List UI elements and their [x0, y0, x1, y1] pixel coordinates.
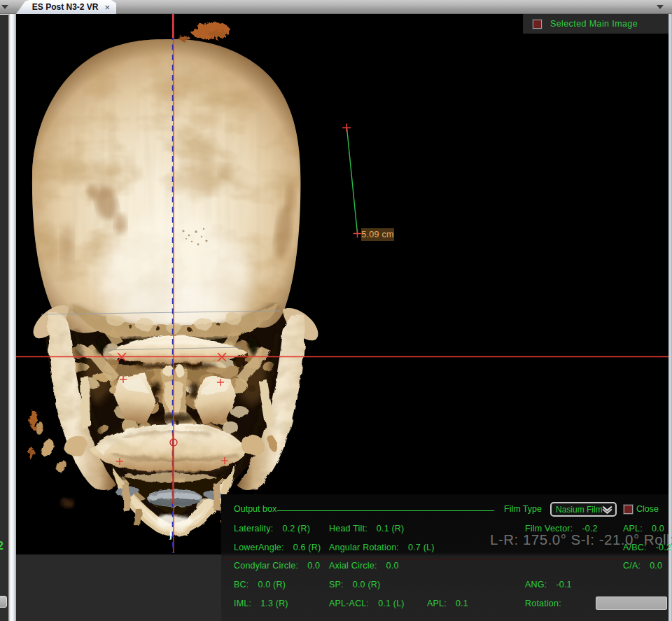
- film-type-dropdown[interactable]: Nasium Film: [550, 502, 617, 517]
- measurement-cell: APL-ACL:0.1 (L): [329, 599, 405, 608]
- dropdown-chevron-icon: [602, 505, 612, 514]
- film-boundary-line: [221, 559, 668, 559]
- measurement-label: Laterality:: [234, 524, 273, 533]
- measurement-label: SP:: [329, 580, 344, 589]
- measurement-cell: APL:0.1: [427, 599, 468, 608]
- measurement-value: 0.2 (R): [282, 524, 310, 533]
- measurement-value: 1.3 (R): [260, 599, 288, 608]
- left-panel-text-fragment: 2: [0, 540, 4, 552]
- tab-bar: ES Post N3-2 VR ×: [0, 0, 672, 14]
- tab-title: ES Post N3-2 VR: [32, 2, 99, 12]
- selected-main-image-checkbox[interactable]: [533, 20, 542, 29]
- measurement-cell: ANG:-0.1: [525, 580, 572, 589]
- film-type-value: Nasium Film: [556, 505, 602, 515]
- measurement-cell: Axial Circle:0.0: [329, 561, 399, 571]
- measurement-cell: A/BC:-0.2: [623, 543, 671, 552]
- bracket-marker: ]: [169, 529, 172, 540]
- measurement-label: BC:: [234, 580, 248, 589]
- left-dropdown-arrow-icon[interactable]: [1, 5, 8, 9]
- film-type-label: Film Type: [504, 504, 542, 514]
- measurement-cell: Film Vector:-0.2: [525, 524, 598, 533]
- measurement-label: LowerAngle:: [234, 543, 284, 552]
- output-box-title: Output box: [234, 504, 276, 514]
- tab-close-icon[interactable]: ×: [105, 2, 111, 13]
- measurement-value-label: 5.09 cm: [361, 228, 394, 241]
- panel-splitter[interactable]: [8, 14, 16, 621]
- measurement-cell: Head Tilt:0.1 (R): [329, 524, 404, 533]
- measurement-value: 0.1 (R): [377, 524, 405, 533]
- left-collapsed-panel: 2: [0, 14, 8, 621]
- application-window: ES Post N3-2 VR × 2: [0, 0, 672, 621]
- measurement-cell: APL:0.0: [623, 524, 664, 533]
- close-label: Close: [636, 504, 659, 514]
- measurement-label: ANG:: [525, 580, 547, 589]
- measurement-value: 0.0 (R): [258, 580, 286, 589]
- rotation-input[interactable]: [596, 596, 667, 610]
- tab-es-post-n3-2-vr[interactable]: ES Post N3-2 VR ×: [16, 0, 116, 14]
- measurement-label: APL:: [427, 599, 447, 608]
- measurement-value: 0.1 (L): [378, 599, 405, 608]
- measurement-value: -0.1: [556, 580, 571, 589]
- measurement-cell: LowerAngle:0.6 (R): [234, 543, 321, 552]
- measurement-value: 0.6 (R): [293, 543, 321, 552]
- measurement-value: -0.2: [582, 524, 597, 533]
- measurement-value: 0.7 (L): [408, 543, 435, 552]
- measurement-value: 0.0: [386, 561, 399, 571]
- measurement-label: C/A:: [623, 561, 640, 571]
- crosshair-overlay: [16, 14, 668, 554]
- construct-line-upper: [41, 311, 280, 314]
- measurement-value: -0.2: [656, 543, 671, 552]
- output-box-panel: Output box Film Type Nasium Film Close L…: [221, 494, 668, 621]
- measurement-label: Condylar Circle:: [234, 561, 298, 571]
- measurement-label: Rotation:: [525, 599, 561, 608]
- measurement-cell: SP:0.0 (R): [329, 580, 380, 589]
- measurement-label: APL:: [623, 524, 643, 533]
- right-dropdown-arrow-icon[interactable]: [657, 5, 664, 9]
- left-panel-divider: [0, 14, 8, 15]
- measurement-label: A/BC:: [623, 543, 647, 552]
- measurement-label: Head Tilt:: [329, 524, 368, 533]
- measurement-cell: Angular Rotation:0.7 (L): [329, 543, 435, 552]
- measurement-label: APL-ACL:: [329, 599, 369, 608]
- measurement-value: 0.0 (R): [353, 580, 381, 589]
- measurement-value: 0.0: [652, 524, 664, 533]
- right-edge-strip: [668, 14, 672, 621]
- measurement-label: Angular Rotation:: [329, 543, 399, 552]
- measurement-cell: IML:1.3 (R): [234, 599, 288, 608]
- close-checkbox[interactable]: [624, 505, 633, 514]
- measurement-label: IML:: [234, 599, 251, 608]
- measurement-cell: Condylar Circle:0.0: [234, 561, 320, 571]
- left-panel-handle-button[interactable]: [0, 596, 7, 608]
- measurement-cell: BC:0.0 (R): [234, 580, 286, 589]
- measurement-value: 0.0: [650, 561, 662, 571]
- measurement-cell: Laterality:0.2 (R): [234, 524, 310, 533]
- output-box-underline: [277, 510, 494, 511]
- measurement-value: 0.0: [307, 561, 320, 571]
- measurement-cell: C/A:0.0: [623, 561, 662, 571]
- measurement-label: Axial Circle:: [329, 561, 377, 571]
- measurement-line[interactable]: [347, 128, 358, 233]
- measurement-value: 0.1: [456, 599, 468, 608]
- selected-main-image-bar: Selected Main Image: [523, 14, 668, 34]
- selected-main-image-label: Selected Main Image: [550, 19, 638, 29]
- render-viewport[interactable]: Selected Main Image 5.09 cm ]: [16, 14, 668, 554]
- measurement-cell: Rotation:: [525, 599, 561, 608]
- measurement-label: Film Vector:: [525, 524, 573, 533]
